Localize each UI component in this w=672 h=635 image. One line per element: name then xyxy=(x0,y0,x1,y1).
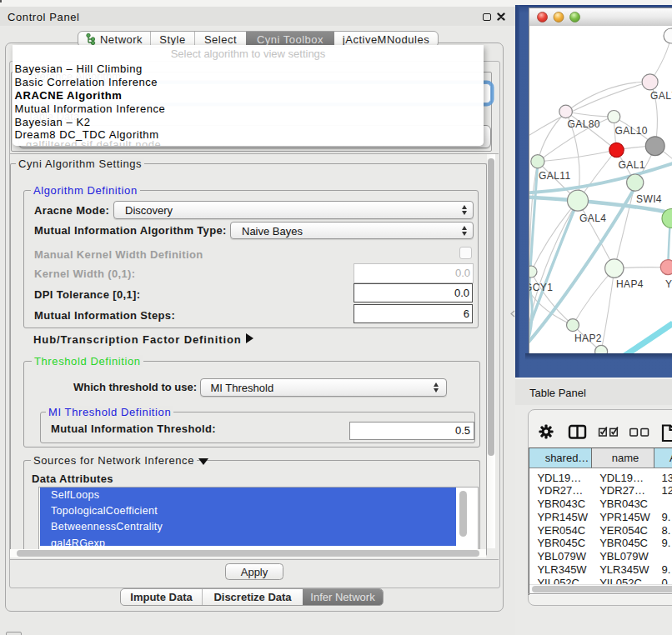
svg-text:HAP2: HAP2 xyxy=(574,332,602,344)
svg-text:HAP4: HAP4 xyxy=(616,278,644,290)
svg-text:SWI4: SWI4 xyxy=(636,193,662,205)
svg-text:GCY1: GCY1 xyxy=(529,282,553,293)
svg-text:GAL1: GAL1 xyxy=(619,159,645,171)
svg-text:GAL80: GAL80 xyxy=(568,118,600,130)
svg-text:GAL11: GAL11 xyxy=(539,170,570,182)
svg-text:GAL10: GAL10 xyxy=(615,125,648,137)
svg-text:GAL4: GAL4 xyxy=(579,212,606,224)
svg-text:YD: YD xyxy=(665,278,672,290)
svg-text:GAL7: GAL7 xyxy=(650,90,672,102)
